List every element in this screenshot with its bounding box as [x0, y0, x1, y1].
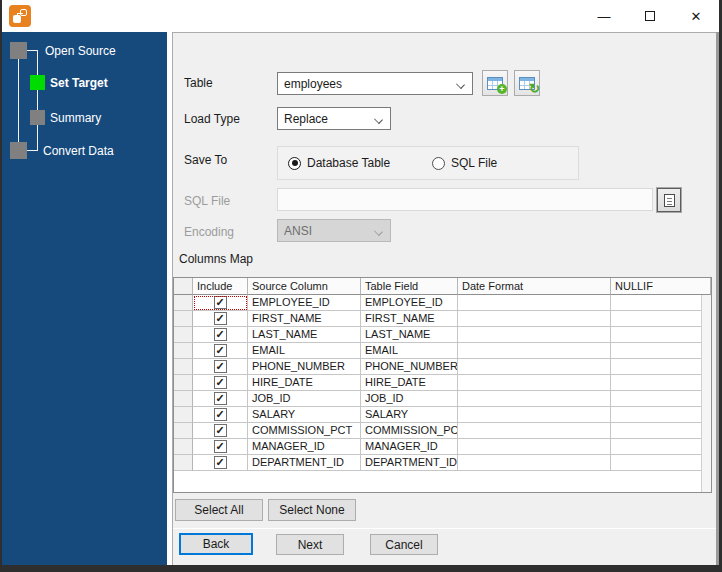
checkbox-checked-icon[interactable]: ✓ [214, 296, 227, 309]
date-format-cell[interactable] [458, 407, 611, 423]
row-header-cell[interactable] [174, 391, 193, 407]
nullif-cell[interactable] [611, 295, 711, 311]
checkbox-checked-icon[interactable]: ✓ [214, 392, 227, 405]
grid-vertical-scrollbar[interactable] [701, 295, 711, 492]
back-button[interactable]: Back [179, 533, 253, 555]
include-checkbox-cell[interactable]: ✓ [193, 407, 248, 423]
select-none-button[interactable]: Select None [268, 499, 356, 521]
table-select[interactable]: employees [277, 72, 473, 95]
encoding-select[interactable]: ANSI [277, 219, 391, 242]
table-field-cell[interactable]: LAST_NAME [361, 327, 458, 343]
include-checkbox-cell[interactable]: ✓ [193, 391, 248, 407]
nullif-cell[interactable] [611, 407, 711, 423]
include-checkbox-cell[interactable]: ✓ [193, 439, 248, 455]
row-header-cell[interactable] [174, 407, 193, 423]
table-field-cell[interactable]: PHONE_NUMBER [361, 359, 458, 375]
row-header-cell[interactable] [174, 311, 193, 327]
source-column-cell[interactable]: COMMISSION_PCT [248, 423, 361, 439]
date-format-cell[interactable] [458, 375, 611, 391]
date-format-cell[interactable] [458, 359, 611, 375]
source-column-cell[interactable]: PHONE_NUMBER [248, 359, 361, 375]
source-column-cell[interactable]: EMAIL [248, 343, 361, 359]
checkbox-checked-icon[interactable]: ✓ [214, 440, 227, 453]
date-format-cell[interactable] [458, 311, 611, 327]
table-field-cell[interactable]: COMMISSION_PC [361, 423, 458, 439]
source-column-cell[interactable]: JOB_ID [248, 391, 361, 407]
row-header-cell[interactable] [174, 343, 193, 359]
nullif-cell[interactable] [611, 423, 711, 439]
row-header-cell[interactable] [174, 439, 193, 455]
browse-sql-file-button[interactable] [657, 188, 681, 212]
row-header-cell[interactable] [174, 359, 193, 375]
date-format-cell[interactable] [458, 327, 611, 343]
nullif-cell[interactable] [611, 311, 711, 327]
close-button[interactable]: ✕ [673, 0, 719, 32]
include-checkbox-cell[interactable]: ✓ [193, 359, 248, 375]
source-column-cell[interactable]: FIRST_NAME [248, 311, 361, 327]
table-field-cell[interactable]: FIRST_NAME [361, 311, 458, 327]
nullif-cell[interactable] [611, 327, 711, 343]
include-checkbox-cell[interactable]: ✓ [193, 455, 248, 471]
date-format-cell[interactable] [458, 455, 611, 471]
include-checkbox-cell[interactable]: ✓ [193, 423, 248, 439]
next-button[interactable]: Next [276, 534, 344, 555]
checkbox-checked-icon[interactable]: ✓ [214, 408, 227, 421]
table-field-cell[interactable]: SALARY [361, 407, 458, 423]
nullif-cell[interactable] [611, 343, 711, 359]
table-field-cell[interactable]: MANAGER_ID [361, 439, 458, 455]
column-header-date-format[interactable]: Date Format [458, 278, 611, 295]
row-header-cell[interactable] [174, 423, 193, 439]
nullif-cell[interactable] [611, 455, 711, 471]
source-column-cell[interactable]: HIRE_DATE [248, 375, 361, 391]
refresh-tables-button[interactable]: ↻ [514, 70, 540, 96]
source-column-cell[interactable]: SALARY [248, 407, 361, 423]
date-format-cell[interactable] [458, 423, 611, 439]
row-header-cell[interactable] [174, 327, 193, 343]
checkbox-checked-icon[interactable]: ✓ [214, 456, 227, 469]
nullif-cell[interactable] [611, 375, 711, 391]
column-header-table-field[interactable]: Table Field [361, 278, 458, 295]
checkbox-checked-icon[interactable]: ✓ [214, 360, 227, 373]
radio-database-table[interactable]: Database Table [288, 156, 390, 170]
source-column-cell[interactable]: MANAGER_ID [248, 439, 361, 455]
table-field-cell[interactable]: JOB_ID [361, 391, 458, 407]
checkbox-checked-icon[interactable]: ✓ [214, 328, 227, 341]
sql-file-input[interactable] [277, 188, 653, 211]
source-column-cell[interactable]: LAST_NAME [248, 327, 361, 343]
nullif-cell[interactable] [611, 439, 711, 455]
column-header-nullif[interactable]: NULLIF [611, 278, 711, 295]
checkbox-checked-icon[interactable]: ✓ [214, 376, 227, 389]
table-field-cell[interactable]: HIRE_DATE [361, 375, 458, 391]
include-checkbox-cell[interactable]: ✓ [193, 295, 248, 311]
column-header-source-column[interactable]: Source Column [248, 278, 361, 295]
date-format-cell[interactable] [458, 439, 611, 455]
cancel-button[interactable]: Cancel [370, 534, 438, 555]
select-all-button[interactable]: Select All [175, 499, 263, 521]
include-checkbox-cell[interactable]: ✓ [193, 311, 248, 327]
nullif-cell[interactable] [611, 391, 711, 407]
include-checkbox-cell[interactable]: ✓ [193, 375, 248, 391]
table-field-cell[interactable]: EMAIL [361, 343, 458, 359]
include-checkbox-cell[interactable]: ✓ [193, 327, 248, 343]
row-header-cell[interactable] [174, 295, 193, 311]
date-format-cell[interactable] [458, 391, 611, 407]
table-field-cell[interactable]: DEPARTMENT_ID [361, 455, 458, 471]
date-format-cell[interactable] [458, 343, 611, 359]
table-field-cell[interactable]: EMPLOYEE_ID [361, 295, 458, 311]
source-column-cell[interactable]: DEPARTMENT_ID [248, 455, 361, 471]
date-format-cell[interactable] [458, 295, 611, 311]
minimize-button[interactable]: — [581, 0, 627, 32]
row-header-cell[interactable] [174, 455, 193, 471]
row-header-cell[interactable] [174, 375, 193, 391]
source-column-cell[interactable]: EMPLOYEE_ID [248, 295, 361, 311]
radio-sql-file[interactable]: SQL File [432, 156, 497, 170]
column-header-include[interactable]: Include [193, 278, 248, 295]
grid-corner-header[interactable] [174, 278, 193, 295]
include-checkbox-cell[interactable]: ✓ [193, 343, 248, 359]
load-type-select[interactable]: Replace [277, 107, 391, 130]
checkbox-checked-icon[interactable]: ✓ [214, 312, 227, 325]
checkbox-checked-icon[interactable]: ✓ [214, 424, 227, 437]
create-table-button[interactable]: + [482, 70, 508, 96]
maximize-button[interactable] [627, 0, 673, 32]
checkbox-checked-icon[interactable]: ✓ [214, 344, 227, 357]
